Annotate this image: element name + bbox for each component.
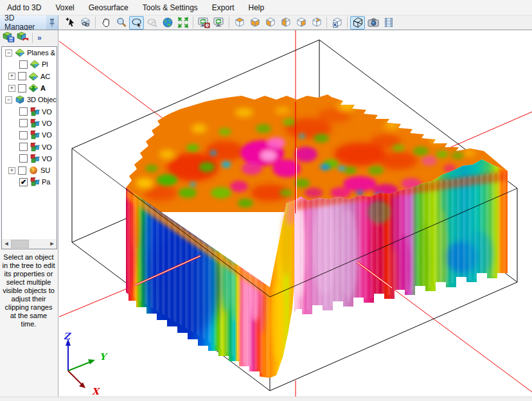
zoom-lasso-icon[interactable] xyxy=(145,16,159,30)
toolbar-overflow-chevron[interactable]: » xyxy=(37,33,41,42)
expander-icon[interactable]: + xyxy=(8,73,15,80)
scroll-left-arrow[interactable]: ◄ xyxy=(2,239,11,249)
tree-item-3d-objects[interactable]: − 3D Objec xyxy=(2,94,57,105)
visibility-checkbox[interactable] xyxy=(18,84,26,93)
tree-item-voxel[interactable]: VO xyxy=(2,141,57,152)
toolbar-separator xyxy=(229,17,229,28)
menu-help[interactable]: Help xyxy=(242,1,272,15)
3d-scene: Z Y X xyxy=(59,30,532,397)
toolbar-separator xyxy=(193,17,193,28)
tree-item-surface[interactable]: + SU xyxy=(2,165,57,176)
visibility-checkbox[interactable] xyxy=(19,119,28,127)
visibility-checkbox-checked[interactable]: ✔ xyxy=(19,178,28,186)
animation-film-icon[interactable] xyxy=(381,16,396,30)
pin-button[interactable] xyxy=(46,15,58,30)
menu-export[interactable]: Export xyxy=(205,1,242,15)
panel-toolbar: » xyxy=(0,30,58,46)
visibility-checkbox[interactable] xyxy=(19,131,28,139)
plane-diamond-icon xyxy=(15,48,25,57)
voxel-cubes-icon xyxy=(30,130,40,139)
voxel-cubes-icon xyxy=(30,107,40,116)
rotate-lasso-icon[interactable] xyxy=(129,16,144,30)
axis-triad: Z Y X xyxy=(64,331,108,397)
tree-item-voxel[interactable]: VO xyxy=(2,153,57,165)
select-pointer-icon[interactable] xyxy=(62,16,77,30)
panel-header: 3D Manager xyxy=(0,15,58,30)
zoom-magnifier-icon[interactable] xyxy=(114,16,129,30)
menu-tools-settings[interactable]: Tools & Settings xyxy=(136,1,205,15)
tree-item-voxel[interactable]: VO xyxy=(2,118,57,129)
plane-diamond-icon xyxy=(28,72,39,81)
tree-item-pa-checked[interactable]: ✔ Pa xyxy=(2,176,57,188)
tree-item-voxel[interactable]: VO xyxy=(2,129,57,141)
tree-horizontal-scrollbar[interactable]: ◄ ► xyxy=(2,239,57,249)
menu-voxel[interactable]: Voxel xyxy=(48,1,81,15)
menu-add-to-3d[interactable]: Add to 3D xyxy=(0,1,48,15)
axis-x-label: X xyxy=(92,386,100,397)
toolbar-separator xyxy=(347,17,348,28)
scroll-right-arrow[interactable]: ► xyxy=(48,239,57,249)
pin-icon xyxy=(49,18,55,27)
axis-y-label: Y xyxy=(100,352,108,362)
plane-diamond-icon xyxy=(30,60,40,69)
voxel-notch-face xyxy=(270,199,296,378)
visibility-checkbox[interactable] xyxy=(19,143,28,151)
object-tree: − Planes & Pl + AC + A − xyxy=(1,46,57,249)
view-cube-top-icon[interactable] xyxy=(232,16,247,30)
menu-bar: Add to 3D Voxel Geosurface Tools & Setti… xyxy=(0,0,532,15)
save-3d-view-icon[interactable] xyxy=(3,31,15,45)
panel-help-text: Select an object in the tree to edit its… xyxy=(0,253,57,328)
voxel-cubes-icon xyxy=(30,119,40,128)
linked-cube-icon[interactable] xyxy=(78,16,93,30)
visibility-checkbox[interactable] xyxy=(19,107,28,116)
scrollbar-thumb[interactable] xyxy=(11,240,29,248)
refresh-view-icon[interactable] xyxy=(211,16,226,30)
plane-diamond-down-icon xyxy=(28,84,39,93)
wireframe-cube-icon[interactable] xyxy=(350,16,365,30)
bottom-strip xyxy=(0,397,532,401)
tree-item-ac[interactable]: + AC xyxy=(2,71,57,82)
surface-sphere-icon xyxy=(28,166,39,175)
tree-item-planes[interactable]: − Planes & xyxy=(2,47,57,58)
visibility-checkbox[interactable] xyxy=(18,166,26,175)
tree-item-plane[interactable]: Pl xyxy=(2,58,57,70)
tree-item-a-active[interactable]: + A xyxy=(2,82,57,94)
expander-icon[interactable]: − xyxy=(5,96,12,103)
voxel-cubes-icon xyxy=(30,177,40,186)
expander-icon[interactable]: + xyxy=(8,167,15,174)
refresh-view-auto-icon[interactable] xyxy=(196,16,211,30)
axis-z-label: Z xyxy=(64,331,72,341)
snapshot-camera-icon[interactable] xyxy=(366,16,380,30)
view-cube-left-icon[interactable] xyxy=(278,16,293,30)
3d-viewport[interactable]: Z Y X xyxy=(59,30,532,397)
voxel-cubes-icon xyxy=(30,143,40,152)
voxel-cubes-icon xyxy=(30,154,40,163)
pan-hand-icon[interactable] xyxy=(98,16,113,30)
panel-title: 3D Manager xyxy=(0,13,46,31)
panel-toolbar-separator xyxy=(32,33,33,43)
globe-view-icon[interactable] xyxy=(160,16,175,30)
view-cube-bottom-right-icon[interactable] xyxy=(294,16,308,30)
view-cube-bottom-left-icon[interactable] xyxy=(263,16,278,30)
tree-item-voxel[interactable]: VO xyxy=(2,105,57,117)
visibility-checkbox[interactable] xyxy=(19,60,28,69)
toolbar-separator xyxy=(95,17,96,28)
view-cube-front-icon[interactable] xyxy=(247,16,262,30)
expander-icon[interactable]: − xyxy=(5,49,12,57)
voxel-model xyxy=(116,84,514,386)
visibility-checkbox[interactable] xyxy=(18,72,26,80)
fit-to-screen-icon[interactable] xyxy=(175,16,190,30)
reset-view-cube-icon[interactable] xyxy=(330,16,344,30)
reload-3d-view-icon[interactable] xyxy=(17,31,29,45)
cube-globe-icon xyxy=(15,95,25,104)
visibility-checkbox[interactable] xyxy=(19,154,28,163)
toolbar-row: 3D Manager xyxy=(0,15,532,30)
main-toolbar xyxy=(58,15,532,30)
toolbar-separator xyxy=(326,17,327,28)
view-cube-top-right-icon[interactable] xyxy=(309,16,324,30)
3d-manager-panel: » − Planes & Pl + AC + A xyxy=(0,30,58,397)
menu-geosurface[interactable]: Geosurface xyxy=(82,1,136,15)
expander-icon[interactable]: + xyxy=(8,85,15,92)
